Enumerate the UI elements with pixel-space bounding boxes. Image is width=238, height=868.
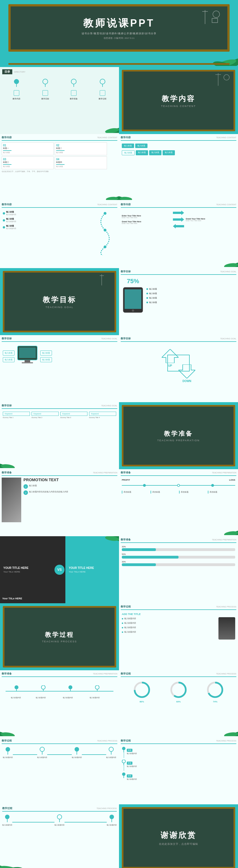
svg-marker-29 (173, 224, 184, 228)
toc-item-labels: 教学内容 教学目标 教学准备 教学过程 (2, 97, 117, 100)
s17-label: 教学准备 (121, 538, 131, 541)
svg-point-67 (6, 747, 10, 751)
toc-icon-3 (71, 90, 77, 96)
svg-point-83 (57, 815, 62, 819)
svg-point-44 (1, 464, 15, 468)
svg-rect-35 (125, 289, 141, 309)
path-item-1: 输入标题 输入标题内容 (3, 211, 92, 216)
p-text-3: 输入标题内容 (124, 626, 136, 629)
s17-label-en: TEACHING PREPARATION (212, 539, 236, 541)
final-pins-row: 输入标题内容 输入标题内容 输入标题内容 (2, 814, 117, 827)
slide-16-vs: YOUR TITLE HERE Your TitLe HERE YOUR TIT… (0, 536, 119, 603)
input-box-3: 输入标题 (122, 150, 135, 155)
path-text-2: 输入标题内容 (6, 220, 16, 223)
promo-title: PROMOTION TEXT (24, 477, 117, 482)
kwt-2: Dummy Title 2 (32, 417, 59, 418)
final-pin-1: 输入标题内容 (2, 814, 12, 827)
circle-1: 86% (133, 681, 150, 703)
thanks-right: 谢谢欣赏 在此处添加文字，点击即可编辑 (119, 804, 238, 868)
slide-5-inputs: 教学内容 TEACHING CONTENT 输入标题 输入标题 输入标题 输入标… (119, 134, 238, 201)
input-btn-4: 输入标题 (136, 150, 148, 155)
map-pin-2: 输入标题内容 (37, 747, 47, 759)
s4-label: 教学内容 (2, 136, 12, 140)
svg-point-23 (120, 196, 132, 200)
row-4: 教学内容 TEACHING CONTENT 输入标题 输入标题内容 (0, 201, 238, 268)
svg-point-85 (110, 815, 114, 819)
card-text-3: 输入标题 (3, 165, 52, 168)
down-label: DOWN (179, 379, 195, 382)
goal-item-3: 输入标题 (146, 297, 235, 300)
arrow-item-left-2: Grant Your Title Here Enter Your Title H… (122, 221, 171, 224)
svg-point-21 (106, 196, 118, 200)
keyword-block-3: Keyword Dummy Title 3 (60, 412, 87, 418)
s19-label-en: TEACHING PROCESS (216, 606, 236, 608)
main-title: 教师说课PPT (83, 17, 155, 30)
card-num-1: 01 (3, 144, 52, 147)
vs-badge: VS (55, 565, 64, 575)
svg-marker-28 (173, 217, 184, 222)
board-subtitle-13: TEACHING PREPARATION (157, 439, 200, 442)
v-timeline-content: 标签 输入标题内容 标签 输入标题内容 (121, 746, 236, 782)
svg-point-13 (100, 79, 105, 84)
process-with-tablet: 输入标题内容 输入标题内容 输入标题内容 输入标题内容 (122, 617, 235, 640)
s7-label-en: TEACHING CONTENT (216, 204, 236, 206)
svg-point-81 (5, 815, 9, 819)
monitor-item-1: 输入标题 (3, 350, 14, 355)
v-pin-col-3 (122, 773, 126, 778)
v-item-1: 标签 输入标题内容 (122, 747, 235, 758)
board-subtitle-3: TEACHING CONTENT (161, 105, 196, 107)
profit-item-2: 承担标题 (151, 491, 178, 494)
monitor-left-items: 输入标题 输入标题 (3, 350, 14, 362)
s9-label: 教学目标 (121, 270, 131, 273)
keyword-block-4: Keyword Dummy Title 4 (89, 412, 116, 418)
s5-label: 教学内容 (121, 136, 131, 140)
bar-1: 30% (122, 546, 235, 551)
s10-label: 教学目标 (2, 337, 12, 340)
svg-point-49 (14, 685, 19, 689)
toc-item-4: 教学过程 (99, 97, 107, 100)
promo-item-1: 1 输入标题 (24, 484, 117, 489)
card-title-2: 标题二 (56, 147, 105, 150)
h-timeline: 输入标题内容 输入标题内容 输入标题内容 输入标题内容 (6, 685, 113, 708)
s23-label-en: TEACHING PROCESS (216, 740, 236, 742)
s10-label-en: TEACHING GOAL (101, 338, 117, 340)
s5-label-en: TEACHING CONTENT (216, 136, 236, 138)
svg-point-51 (41, 685, 45, 689)
arrow-title-r1: Grant Your Title Here (186, 218, 235, 220)
profit-item-4: 承担标题 (208, 491, 236, 494)
v-text-3: 标签 输入标题内容 (127, 773, 235, 781)
toc-item-1: 教学内容 (12, 97, 20, 100)
board-deco-8 (98, 274, 112, 288)
svg-point-11 (71, 79, 76, 84)
updown-content: UP DOWN (121, 343, 236, 388)
h-timeline-content: 输入标题内容 输入标题内容 输入标题内容 输入标题内容 (2, 679, 117, 714)
map-line-2 (47, 754, 71, 755)
s11-label-en: TEACHING GOAL (220, 338, 236, 340)
slide-12-keywords: 教学目标 TEACHING GOAL Keyword Dummy Title 1… (0, 402, 119, 469)
main-info: 创意者签: 小编 时间: 2017.9.11 (103, 37, 135, 40)
s22-label-en: TEACHING PROCESS (97, 740, 117, 742)
monitor-content: 输入标题 输入标题 输入标题 输入标题 (2, 343, 117, 369)
vs-text: VS (57, 568, 62, 572)
input-btn-6: 输入标题 (162, 150, 175, 155)
goal-text-1: 输入标题 (149, 288, 157, 290)
circles-content: 86% 60% 74% (121, 679, 236, 706)
v-item-3: 标签 输入标题内容 (122, 773, 235, 781)
s19-label: 教学过程 (121, 605, 131, 609)
circle-chart-2 (170, 681, 187, 698)
row-10: 教学过程 TEACHING PROCESS 教学过程 TEACHING PROC… (0, 603, 238, 670)
s11-label: 教学目标 (121, 337, 131, 340)
process-tablet-image (218, 617, 235, 640)
kw-3: Keyword (60, 412, 87, 416)
svg-rect-40 (22, 362, 33, 363)
goal-text-3: 输入标题 (149, 297, 157, 300)
goal-text-2: 输入标题 (149, 292, 157, 295)
monitor-item-4: 输入标题 (40, 357, 52, 362)
updown-diagram: UP DOWN (156, 346, 201, 385)
arrow-title-l2: Grant Your Title Here (122, 221, 171, 223)
vs-bottom-left-text: Your TitLe HERE (2, 597, 22, 600)
v-label-3: 输入标题内容 (127, 778, 235, 781)
arrow-item-right-1: Grant Your Title Here Enter Your Title H… (186, 218, 235, 221)
monitor-icon (16, 345, 38, 368)
bar-3: 30% (122, 561, 235, 566)
